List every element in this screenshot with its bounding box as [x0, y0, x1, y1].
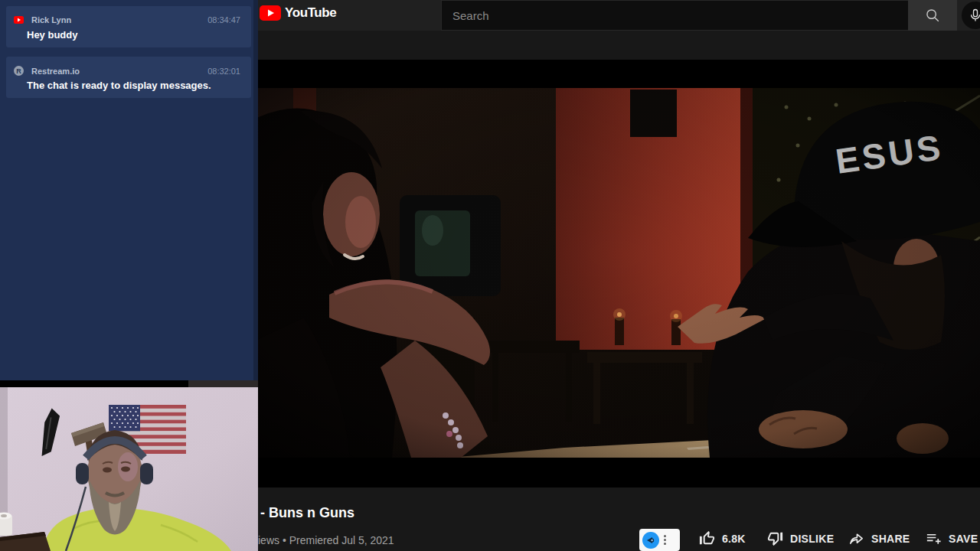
- extension-menu-icon[interactable]: [664, 535, 666, 545]
- youtube-header: YouTube: [258, 0, 980, 31]
- scene-divider: [0, 380, 258, 387]
- youtube-badge-icon: [14, 16, 24, 24]
- webcam-scene: [0, 387, 258, 551]
- chat-overlay: Rick Lynn 08:34:47 Hey buddy R Restream.…: [0, 0, 258, 380]
- search-button[interactable]: [908, 0, 957, 31]
- save-button[interactable]: SAVE: [925, 530, 978, 547]
- downloader-icon: [642, 532, 659, 549]
- chat-timestamp: 08:32:01: [207, 67, 240, 76]
- like-button[interactable]: 6.8K: [698, 530, 746, 547]
- youtube-page: YouTube: [258, 0, 980, 551]
- dislike-button[interactable]: DISLIKE: [766, 530, 834, 547]
- share-button[interactable]: SHARE: [848, 530, 910, 547]
- thumb-up-icon: [698, 530, 716, 547]
- search-icon: [924, 7, 941, 24]
- video-player[interactable]: ESUS: [258, 60, 980, 487]
- save-label: SAVE: [949, 533, 978, 545]
- chat-author: Restream.io: [31, 67, 200, 76]
- video-meta: iews • Premiered Jul 5, 2021: [258, 534, 394, 546]
- chat-author: Rick Lynn: [31, 15, 200, 24]
- youtube-play-icon: [260, 5, 281, 21]
- search-input[interactable]: [441, 0, 908, 31]
- screen: YouTube: [0, 0, 980, 551]
- chat-text: Hey buddy: [27, 29, 77, 41]
- chat-message: R Restream.io 08:32:01 The chat is ready…: [6, 57, 251, 98]
- chat-timestamp: 08:34:47: [207, 15, 240, 24]
- dislike-label: DISLIKE: [790, 533, 834, 545]
- microphone-icon: [968, 8, 980, 23]
- share-icon: [848, 530, 865, 547]
- chat-panel-edge: [253, 0, 258, 380]
- webcam-video: [0, 387, 258, 551]
- youtube-logo[interactable]: YouTube: [260, 5, 336, 21]
- voice-search-button[interactable]: [962, 2, 980, 29]
- chat-text: The chat is ready to display messages.: [27, 80, 211, 91]
- youtube-wordmark: YouTube: [285, 5, 336, 21]
- thumb-down-icon: [766, 530, 784, 547]
- like-count: 6.8K: [722, 533, 746, 545]
- extension-widget[interactable]: [639, 529, 680, 551]
- playlist-add-icon: [925, 530, 942, 547]
- chat-message: Rick Lynn 08:34:47 Hey buddy: [6, 6, 251, 47]
- video-title: - Buns n Guns: [260, 505, 354, 521]
- restream-badge-icon: R: [14, 66, 24, 76]
- video-scene: ESUS: [258, 88, 980, 458]
- share-label: SHARE: [871, 533, 910, 545]
